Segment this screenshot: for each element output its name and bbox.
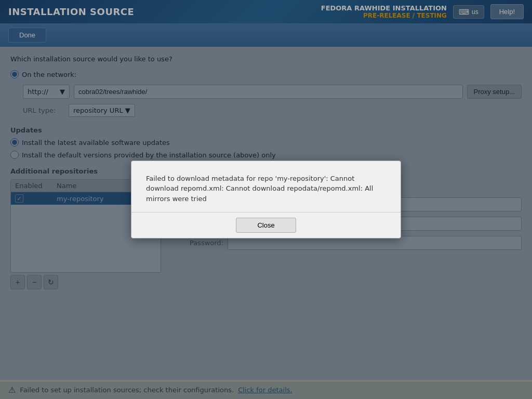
modal-message: Failed to download metadata for repo 'my… (146, 175, 373, 203)
modal-body: Failed to download metadata for repo 'my… (131, 161, 401, 212)
modal-close-button[interactable]: Close (236, 218, 296, 233)
error-modal: Failed to download metadata for repo 'my… (131, 161, 401, 239)
modal-overlay: Failed to download metadata for repo 'my… (0, 0, 532, 399)
modal-footer: Close (131, 212, 401, 238)
